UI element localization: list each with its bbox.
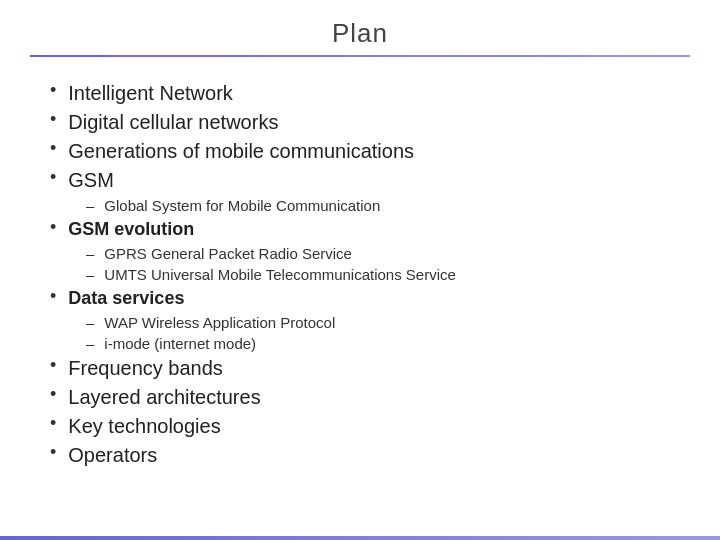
sub-list-item: – i-mode (internet mode): [50, 333, 670, 354]
bullet-label: Digital cellular networks: [68, 111, 278, 134]
list-item: • GSM: [50, 166, 670, 195]
bullet-icon: •: [50, 80, 56, 101]
bullet-icon: •: [50, 442, 56, 463]
list-item: • Intelligent Network: [50, 79, 670, 108]
list-item: • Operators: [50, 441, 670, 470]
sub-label: i-mode (internet mode): [104, 335, 256, 352]
bullet-icon: •: [50, 355, 56, 376]
dash-icon: –: [86, 335, 94, 352]
sub-label: WAP Wireless Application Protocol: [104, 314, 335, 331]
bullet-icon: •: [50, 286, 56, 307]
bullet-label: Operators: [68, 444, 157, 467]
list-item: • Digital cellular networks: [50, 108, 670, 137]
bullet-icon: •: [50, 109, 56, 130]
dash-icon: –: [86, 266, 94, 283]
bullet-icon: •: [50, 167, 56, 188]
sub-label: UMTS Universal Mobile Telecommunications…: [104, 266, 456, 283]
dash-icon: –: [86, 314, 94, 331]
title-underline: [30, 55, 690, 57]
dash-icon: –: [86, 245, 94, 262]
list-item: • Key technologies: [50, 412, 670, 441]
sub-label: Global System for Mobile Communication: [104, 197, 380, 214]
content-area: • Intelligent Network • Digital cellular…: [0, 67, 720, 536]
sub-list-item: – UMTS Universal Mobile Telecommunicatio…: [50, 264, 670, 285]
bullet-label: Generations of mobile communications: [68, 140, 414, 163]
sub-list-item: – Global System for Mobile Communication: [50, 195, 670, 216]
bullet-icon: •: [50, 384, 56, 405]
slide: Plan • Intelligent Network • Digital cel…: [0, 0, 720, 540]
list-item: • GSM evolution: [50, 216, 670, 243]
sub-list-item: – WAP Wireless Application Protocol: [50, 312, 670, 333]
bottom-bar: [0, 536, 720, 540]
slide-title: Plan: [0, 18, 720, 49]
sub-list-item: – GPRS General Packet Radio Service: [50, 243, 670, 264]
bullet-label: Frequency bands: [68, 357, 223, 380]
sub-label: GPRS General Packet Radio Service: [104, 245, 352, 262]
list-item: • Data services: [50, 285, 670, 312]
bullet-label: Data services: [68, 288, 184, 309]
title-area: Plan: [0, 0, 720, 67]
bullet-icon: •: [50, 138, 56, 159]
list-item: • Layered architectures: [50, 383, 670, 412]
dash-icon: –: [86, 197, 94, 214]
list-item: • Generations of mobile communications: [50, 137, 670, 166]
bullet-label: GSM: [68, 169, 114, 192]
bullet-label: Key technologies: [68, 415, 220, 438]
bullet-label: GSM evolution: [68, 219, 194, 240]
bullet-icon: •: [50, 413, 56, 434]
bullet-label: Layered architectures: [68, 386, 260, 409]
bullet-label: Intelligent Network: [68, 82, 233, 105]
list-item: • Frequency bands: [50, 354, 670, 383]
bullet-icon: •: [50, 217, 56, 238]
